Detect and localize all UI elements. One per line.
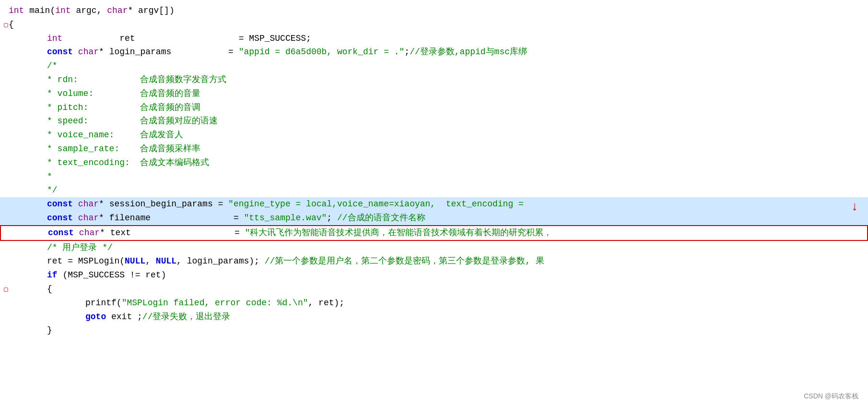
- line-marker: ▢: [4, 284, 9, 295]
- code-line: * pitch: 合成音频的音调: [0, 101, 868, 115]
- code-line: goto exit ; //登录失败，退出登录: [0, 310, 868, 324]
- code-line: /* 用户登录 */: [0, 241, 868, 255]
- code-line: /*: [0, 59, 868, 73]
- code-line: ▢ {: [0, 282, 868, 296]
- code-line: printf( "MSPLogin failed, error code: %d…: [0, 296, 868, 310]
- code-line: */: [0, 183, 868, 197]
- code-line: * voice_name: 合成发音人: [0, 128, 868, 142]
- code-line: ▢ {: [0, 18, 868, 32]
- code-line: * speed: 合成音频对应的语速: [0, 114, 868, 128]
- code-line: int ret = MSP_SUCCESS;: [0, 32, 868, 46]
- code-line: * volume: 合成音频的音量: [0, 87, 868, 101]
- watermark: CSDN @码农客栈: [804, 391, 858, 401]
- code-line: * sample_rate: 合成音频采样率: [0, 142, 868, 156]
- code-line: ret = MSPLogin( NULL , NULL , login_para…: [0, 254, 868, 268]
- code-line: * text_encoding: 合成文本编码格式: [0, 156, 868, 170]
- code-line: *: [0, 170, 868, 184]
- code-line: }: [0, 323, 868, 337]
- code-line-text-boxed: const char * text = "科大讯飞作为智能语音技术提供商，在智能…: [0, 225, 868, 241]
- code-line: * rdn: 合成音频数字发音方式: [0, 73, 868, 87]
- code-line-highlighted: const char * session_begin_params = "eng…: [0, 197, 868, 211]
- code-line-filename-highlighted: const char * filename = "tts_sample.wav"…: [0, 211, 868, 225]
- code-container: int main( int argc, char * argv[]) ▢ { i…: [0, 0, 868, 407]
- keyword-int: int: [9, 4, 24, 18]
- code-line: int main( int argc, char * argv[]): [0, 4, 868, 18]
- line-marker: ▢: [4, 20, 9, 30]
- code-line: const char * login_params = "appid = d6a…: [0, 45, 868, 59]
- code-line: if (MSP_SUCCESS != ret): [0, 268, 868, 282]
